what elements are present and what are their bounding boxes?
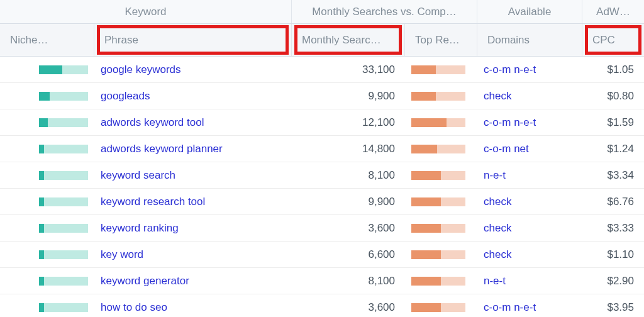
header-phrase[interactable]: Phrase <box>94 24 292 56</box>
niche-bar-fill <box>39 277 44 286</box>
cpc-cell: $2.90 <box>582 268 644 294</box>
top-results-cell <box>405 268 477 294</box>
cpc-cell: $6.76 <box>582 189 644 214</box>
phrase-cell: adwords keyword tool <box>94 109 292 135</box>
domains-cell: n-e-t <box>477 162 582 188</box>
top-results-cell <box>405 242 477 267</box>
table-row: keyword generator8,100n-e-t$2.90 <box>0 268 644 294</box>
header-monthly-searches[interactable]: Monthly Searc… <box>292 24 405 56</box>
top-results-bar <box>411 303 465 312</box>
niche-cell <box>0 83 94 109</box>
cpc-cell: $1.24 <box>582 136 644 162</box>
niche-bar-fill <box>39 250 44 259</box>
domains-cell: c-o-m n-e-t <box>477 57 582 82</box>
top-results-cell <box>405 215 477 241</box>
keyword-table: Keyword Monthly Searches vs. Comp… Avail… <box>0 0 644 317</box>
phrase-link[interactable]: key word <box>101 248 143 261</box>
domains-link[interactable]: check <box>484 196 511 208</box>
phrase-link[interactable]: adwords keyword tool <box>101 116 204 129</box>
phrase-link[interactable]: keyword ranking <box>101 222 179 235</box>
top-results-bar-fill <box>411 92 436 101</box>
niche-bar-fill <box>39 145 44 153</box>
domains-link[interactable]: c-o-m n-e-t <box>484 301 536 314</box>
phrase-link[interactable]: google keywords <box>101 64 181 76</box>
domains-link[interactable]: check <box>484 90 511 103</box>
domains-cell: c-o-m net <box>477 136 582 162</box>
niche-cell <box>0 189 94 214</box>
table-row: keyword search8,100n-e-t$3.34 <box>0 162 644 189</box>
domains-link[interactable]: check <box>484 248 511 261</box>
phrase-cell: googleads <box>94 83 292 109</box>
domains-cell: n-e-t <box>477 268 582 294</box>
domains-cell: c-o-m n-e-t <box>477 294 582 317</box>
niche-bar <box>39 250 88 259</box>
header-group-adwords[interactable]: AdW… <box>582 0 644 23</box>
monthly-searches-cell: 9,900 <box>292 189 405 214</box>
cpc-cell: $1.05 <box>582 57 644 82</box>
top-results-bar-fill <box>411 303 441 312</box>
niche-bar <box>39 303 88 312</box>
cpc-cell: $1.10 <box>582 242 644 267</box>
header-niche[interactable]: Niche… <box>0 24 94 56</box>
phrase-link[interactable]: keyword search <box>101 169 175 182</box>
monthly-searches-cell: 9,900 <box>292 83 405 109</box>
niche-bar-fill <box>39 118 48 127</box>
niche-bar-fill <box>39 92 50 101</box>
domains-cell: check <box>477 83 582 109</box>
niche-bar-fill <box>39 224 44 233</box>
table-row: adwords keyword planner14,800c-o-m net$1… <box>0 136 644 162</box>
domains-link[interactable]: check <box>484 222 511 235</box>
header-cpc[interactable]: CPC <box>582 24 644 56</box>
monthly-searches-cell: 12,100 <box>292 109 405 135</box>
top-results-cell <box>405 189 477 214</box>
domains-link[interactable]: c-o-m net <box>484 143 529 155</box>
table-row: adwords keyword tool12,100c-o-m n-e-t$1.… <box>0 109 644 136</box>
domains-cell: c-o-m n-e-t <box>477 109 582 135</box>
niche-bar <box>39 197 88 206</box>
phrase-link[interactable]: googleads <box>101 90 150 103</box>
table-row: google keywords33,100c-o-m n-e-t$1.05 <box>0 57 644 83</box>
top-results-cell <box>405 136 477 162</box>
top-results-cell <box>405 294 477 317</box>
top-results-bar-fill <box>411 118 447 127</box>
phrase-link[interactable]: keyword research tool <box>101 196 205 208</box>
top-results-bar <box>411 250 465 259</box>
top-results-bar-fill <box>411 171 441 180</box>
top-results-bar <box>411 277 465 286</box>
phrase-cell: keyword research tool <box>94 189 292 214</box>
niche-bar <box>39 65 88 74</box>
domains-link[interactable]: c-o-m n-e-t <box>484 64 536 76</box>
header-group-keyword[interactable]: Keyword <box>0 0 292 23</box>
top-results-bar <box>411 92 465 101</box>
niche-cell <box>0 242 94 267</box>
niche-bar-fill <box>39 197 44 206</box>
top-results-bar <box>411 145 465 153</box>
phrase-link[interactable]: adwords keyword planner <box>101 143 223 155</box>
table-row: keyword ranking3,600check$3.33 <box>0 215 644 242</box>
domains-link[interactable]: c-o-m n-e-t <box>484 116 536 129</box>
phrase-link[interactable]: how to do seo <box>101 301 167 314</box>
domains-link[interactable]: n-e-t <box>484 275 506 287</box>
niche-cell <box>0 268 94 294</box>
monthly-searches-cell: 6,600 <box>292 242 405 267</box>
domains-cell: check <box>477 215 582 241</box>
top-results-cell <box>405 162 477 188</box>
niche-bar <box>39 92 88 101</box>
niche-bar <box>39 118 88 127</box>
header-top-results[interactable]: Top Re… <box>405 24 477 56</box>
header-group-available[interactable]: Available <box>477 0 582 23</box>
niche-bar <box>39 171 88 180</box>
niche-cell <box>0 136 94 162</box>
top-results-cell <box>405 57 477 82</box>
top-results-cell <box>405 83 477 109</box>
header-domains[interactable]: Domains <box>477 24 582 56</box>
domains-cell: check <box>477 189 582 214</box>
monthly-searches-cell: 8,100 <box>292 268 405 294</box>
cpc-cell: $3.95 <box>582 294 644 317</box>
niche-bar <box>39 145 88 153</box>
niche-bar <box>39 224 88 233</box>
header-group-monthly-vs-comp[interactable]: Monthly Searches vs. Comp… <box>292 0 477 23</box>
phrase-link[interactable]: keyword generator <box>101 275 189 287</box>
table-row: keyword research tool9,900check$6.76 <box>0 189 644 215</box>
domains-link[interactable]: n-e-t <box>484 169 506 182</box>
